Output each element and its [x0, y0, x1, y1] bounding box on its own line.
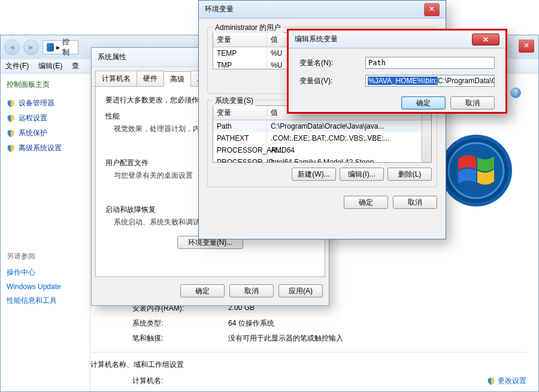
- breadcrumb-text: 控制: [62, 37, 74, 57]
- var-name-input[interactable]: [365, 57, 495, 69]
- shield-icon: [7, 99, 15, 108]
- tab-hardware[interactable]: 硬件: [137, 71, 164, 86]
- sidebar-seealso: 另请参阅 操作中心 Windows Update 性能信息和工具: [7, 251, 84, 308]
- label-var-name: 变量名(N):: [299, 58, 365, 68]
- editdlg-body: 变量名(N): 变量值(V): %JAVA_HOME%\bin;C:\Progr…: [289, 48, 505, 114]
- row-compname: 计算机名: 更改设置: [132, 373, 538, 388]
- shield-icon: [487, 377, 495, 385]
- explorer-close-button[interactable]: ✕: [519, 39, 534, 53]
- sidebar-item-label: 高级系统设置: [19, 143, 62, 153]
- cell-var: PROCESSOR_ID...: [213, 156, 267, 162]
- seealso-windows-update[interactable]: Windows Update: [7, 280, 84, 293]
- cell-val: .COM;.EXE;.BAT;.CMD;.VBS;.VBE;...: [267, 132, 422, 144]
- row-pen: 笔和触摸: 没有可用于此显示器的笔或触控输入: [132, 331, 538, 346]
- edit-system-variable-dialog: 编辑系统变量 ✕ 变量名(N): 变量值(V): %JAVA_HOME%\bin…: [287, 29, 507, 114]
- sidebar-item-remote[interactable]: 远程设置: [7, 111, 84, 126]
- row-var-name: 变量名(N):: [299, 57, 495, 69]
- apply-button[interactable]: 应用(A): [278, 284, 323, 297]
- sidebar-item-advanced[interactable]: 高级系统设置: [7, 141, 84, 156]
- menu-edit[interactable]: 编辑(E): [38, 61, 62, 71]
- computer-icon: [47, 43, 54, 51]
- scrollbar[interactable]: [422, 120, 431, 162]
- menu-file[interactable]: 文件(F): [5, 61, 29, 71]
- list-row[interactable]: Path C:\ProgramData\Oracle\Java\java...: [213, 120, 422, 132]
- new-button[interactable]: 新建(W)...: [292, 168, 336, 181]
- value-rest-text: C:\ProgramData\Orac: [438, 77, 495, 85]
- col-variable[interactable]: 变量: [213, 106, 267, 120]
- close-button[interactable]: ✕: [472, 34, 499, 45]
- editdlg-title-text: 编辑系统变量: [295, 34, 338, 44]
- seealso-heading: 另请参阅: [7, 251, 84, 262]
- list-row[interactable]: PROCESSOR_AR... AMD64: [213, 144, 422, 156]
- sidebar-item-label: 设备管理器: [19, 98, 54, 108]
- var-value-input[interactable]: %JAVA_HOME%\bin;C:\ProgramData\Orac: [365, 75, 495, 87]
- cancel-button[interactable]: 取消: [393, 196, 437, 209]
- cell-var: PATHEXT: [213, 132, 267, 144]
- sidebar-heading[interactable]: 控制面板主页: [7, 80, 84, 90]
- nav-forward-button[interactable]: ►: [23, 39, 39, 55]
- close-icon: ✕: [519, 39, 534, 53]
- row-systype: 系统类型: 64 位操作系统: [132, 316, 538, 331]
- change-settings-link[interactable]: 更改设置: [487, 376, 526, 386]
- seealso-perfinfo[interactable]: 性能信息和工具: [7, 293, 84, 308]
- seealso-action-center[interactable]: 操作中心: [7, 265, 84, 280]
- row-var-value: 变量值(V): %JAVA_HOME%\bin;C:\ProgramData\O…: [299, 75, 495, 87]
- change-settings-label: 更改设置: [498, 376, 526, 386]
- sidebar-item-label: 系统保护: [19, 128, 47, 138]
- label-systype: 系统类型:: [132, 318, 228, 329]
- help-button[interactable]: ?: [510, 87, 521, 98]
- editdlg-titlebar[interactable]: 编辑系统变量 ✕: [289, 31, 505, 48]
- help-icon: ?: [510, 87, 521, 98]
- sidebar-item-device-manager[interactable]: 设备管理器: [7, 96, 84, 111]
- label-compname: 计算机名:: [132, 376, 228, 386]
- label-pen: 笔和触摸:: [132, 333, 228, 344]
- cell-var: TMP: [213, 59, 267, 69]
- close-icon[interactable]: ✕: [424, 3, 440, 16]
- list-row[interactable]: PROCESSOR_ID... Intel64 Family 6 Model 4…: [213, 156, 422, 162]
- list-row[interactable]: PATHEXT .COM;.EXE;.BAT;.CMD;.VBS;.VBE;..…: [213, 132, 422, 144]
- label-var-value: 变量值(V):: [299, 76, 365, 86]
- ok-button[interactable]: 确定: [401, 96, 446, 110]
- cell-val: Intel64 Family 6 Model 42 Stepp: [267, 156, 422, 162]
- tab-computer-name[interactable]: 计算机名: [95, 71, 137, 86]
- system-vars-legend: 系统变量(S): [213, 96, 256, 106]
- col-variable[interactable]: 变量: [213, 33, 267, 47]
- value-pen: 没有可用于此显示器的笔或触控输入: [228, 333, 343, 344]
- ok-button[interactable]: 确定: [344, 196, 388, 209]
- cell-val: AMD64: [267, 144, 422, 156]
- shield-icon: [7, 129, 15, 138]
- cell-var: TEMP: [213, 47, 267, 59]
- value-selected-text: %JAVA_HOME%\bin;: [368, 77, 438, 85]
- breadcrumb[interactable]: ▸ 控制: [43, 40, 78, 54]
- value-systype: 64 位操作系统: [228, 318, 274, 329]
- edit-button[interactable]: 编辑(I)...: [340, 168, 384, 181]
- menu-view[interactable]: 查: [72, 61, 79, 71]
- sysprop-buttons: 确定 取消 应用(A): [92, 281, 329, 301]
- envvar-title-text: 环境变量: [205, 4, 234, 14]
- cancel-button[interactable]: 取消: [229, 284, 274, 297]
- sidebar-item-protection[interactable]: 系统保护: [7, 126, 84, 141]
- envvar-titlebar[interactable]: 环境变量 ✕: [199, 1, 446, 19]
- cancel-button[interactable]: 取消: [450, 96, 495, 110]
- cell-val: C:\ProgramData\Oracle\Java\java...: [267, 120, 422, 132]
- cell-var: Path: [213, 120, 267, 132]
- shield-icon: [7, 144, 15, 153]
- ok-button[interactable]: 确定: [180, 284, 225, 297]
- breadcrumb-sep: ▸: [56, 43, 60, 51]
- sysprop-title-text: 系统属性: [98, 52, 126, 62]
- sidebar: 控制面板主页 设备管理器 远程设置 系统保护 高级系统设置 另请参阅 操作中心 …: [1, 74, 90, 391]
- section-compname: 计算机名称、域和工作组设置: [90, 360, 538, 370]
- shield-icon: [7, 114, 15, 123]
- sidebar-item-label: 远程设置: [19, 113, 47, 123]
- delete-button[interactable]: 删除(L): [387, 168, 432, 181]
- user-vars-legend: Administrator 的用户: [213, 23, 283, 33]
- nav-back-button[interactable]: ◄: [4, 39, 20, 55]
- tab-advanced[interactable]: 高级: [163, 71, 191, 87]
- windows-logo: [437, 132, 515, 209]
- cell-var: PROCESSOR_AR...: [213, 144, 267, 156]
